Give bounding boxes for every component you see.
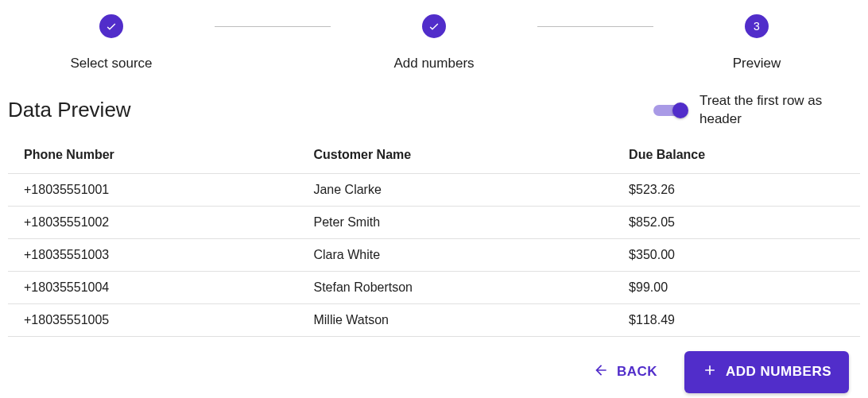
cell-name: Millie Watson — [297, 303, 613, 336]
cell-phone: +18035551003 — [8, 238, 297, 271]
add-numbers-button-label: ADD NUMBERS — [726, 364, 831, 380]
table-header-row: Phone Number Customer Name Due Balance — [8, 137, 860, 174]
cell-phone: +18035551001 — [8, 173, 297, 206]
table-row: +18035551004 Stefan Robertson $99.00 — [8, 271, 860, 303]
step-connector — [537, 26, 653, 27]
cell-name: Clara White — [297, 238, 613, 271]
col-header-due: Due Balance — [613, 137, 860, 174]
cell-due: $852.05 — [613, 206, 860, 238]
check-icon — [422, 14, 446, 38]
stepper: Select source Add numbers 3 Preview — [8, 6, 860, 86]
page-title: Data Preview — [8, 98, 131, 122]
step-label: Add numbers — [393, 56, 474, 71]
table-row: +18035551005 Millie Watson $118.49 — [8, 303, 860, 336]
back-button[interactable]: BACK — [583, 354, 667, 390]
toggle-label: Treat the first row as header — [699, 92, 860, 129]
col-header-phone: Phone Number — [8, 137, 297, 174]
data-preview-table: Phone Number Customer Name Due Balance +… — [8, 137, 860, 337]
cell-name: Peter Smith — [297, 206, 613, 238]
check-icon — [99, 14, 123, 38]
cell-due: $99.00 — [613, 271, 860, 303]
step-label: Preview — [733, 56, 781, 71]
step-number-badge: 3 — [745, 14, 769, 38]
step-preview[interactable]: 3 Preview — [653, 14, 860, 71]
step-connector — [215, 26, 331, 27]
cell-phone: +18035551002 — [8, 206, 297, 238]
arrow-left-icon — [593, 362, 609, 382]
first-row-header-toggle[interactable] — [653, 101, 688, 120]
add-numbers-button[interactable]: ADD NUMBERS — [684, 351, 849, 393]
cell-phone: +18035551004 — [8, 271, 297, 303]
cell-due: $350.00 — [613, 238, 860, 271]
cell-phone: +18035551005 — [8, 303, 297, 336]
toggle-thumb — [672, 102, 688, 118]
cell-due: $523.26 — [613, 173, 860, 206]
plus-icon — [702, 362, 718, 382]
cell-name: Jane Clarke — [297, 173, 613, 206]
footer-actions: BACK ADD NUMBERS — [8, 337, 860, 393]
step-select-source[interactable]: Select source — [8, 14, 215, 71]
table-row: +18035551002 Peter Smith $852.05 — [8, 206, 860, 238]
cell-name: Stefan Robertson — [297, 271, 613, 303]
cell-due: $118.49 — [613, 303, 860, 336]
table-row: +18035551003 Clara White $350.00 — [8, 238, 860, 271]
step-add-numbers[interactable]: Add numbers — [331, 14, 537, 71]
back-button-label: BACK — [617, 364, 657, 380]
step-label: Select source — [71, 56, 153, 71]
col-header-name: Customer Name — [297, 137, 613, 174]
table-row: +18035551001 Jane Clarke $523.26 — [8, 173, 860, 206]
